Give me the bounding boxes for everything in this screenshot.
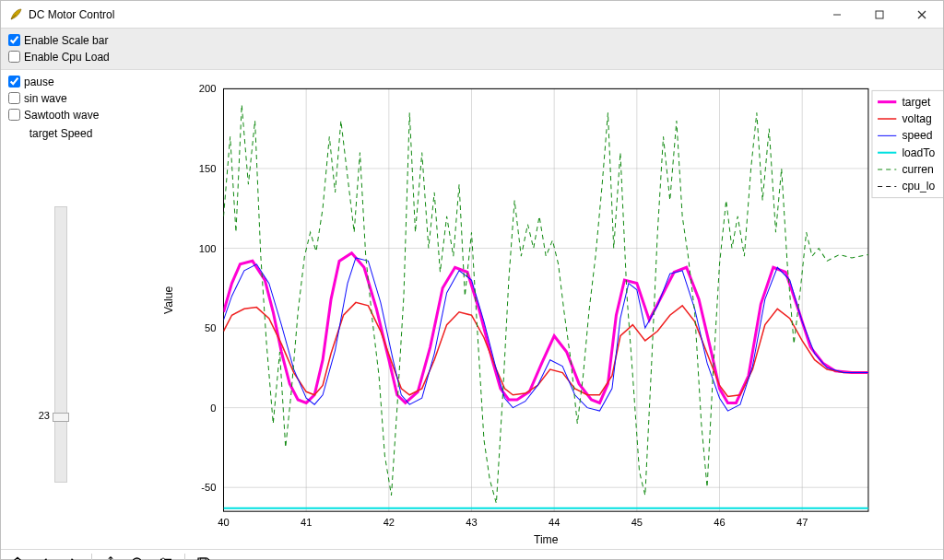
svg-text:44: 44 [549, 517, 560, 528]
check-sin-wave[interactable]: sin wave [8, 90, 113, 107]
svg-text:42: 42 [384, 517, 395, 528]
svg-rect-32 [224, 88, 868, 511]
svg-text:47: 47 [796, 517, 808, 528]
svg-text:-50: -50 [201, 482, 216, 493]
check-enable-cpu-load[interactable]: Enable Cpu Load [8, 49, 936, 65]
svg-rect-1 [876, 11, 883, 18]
back-button[interactable] [32, 551, 58, 560]
scale-label: target Speed [30, 127, 93, 140]
window-title: DC Motor Control [29, 8, 114, 21]
svg-text:150: 150 [199, 163, 217, 174]
check-enable-scale-bar-box[interactable] [8, 34, 20, 46]
svg-text:Value: Value [162, 286, 175, 314]
check-sin-wave-box[interactable] [8, 92, 20, 104]
check-sawtooth-wave[interactable]: Sawtooth wave [8, 107, 113, 123]
svg-text:41: 41 [301, 517, 312, 528]
titlebar: DC Motor Control [1, 1, 943, 29]
toolbar-sep-1 [91, 554, 92, 560]
check-sawtooth-wave-box[interactable] [8, 109, 20, 121]
svg-text:speed: speed [902, 129, 932, 142]
plot-area: 4041424344454647-50050100150200TimeValue… [121, 70, 943, 549]
svg-text:100: 100 [199, 243, 217, 254]
forward-button[interactable] [60, 551, 86, 560]
scale-slider[interactable]: 23 [54, 206, 67, 483]
close-button[interactable] [901, 1, 943, 29]
home-button[interactable] [5, 551, 30, 560]
pan-button[interactable] [98, 551, 124, 560]
left-panel: pause sin wave Sawtooth wave target Spee… [1, 70, 121, 549]
plot-svg[interactable]: 4041424344454647-50050100150200TimeValue… [121, 70, 943, 549]
maximize-button[interactable] [858, 1, 901, 29]
svg-text:0: 0 [210, 402, 216, 414]
svg-text:target: target [902, 96, 931, 109]
svg-text:voltag: voltag [902, 112, 931, 125]
check-enable-scale-bar[interactable]: Enable Scale bar [8, 32, 936, 49]
toolbar-sep-2 [184, 554, 185, 560]
svg-text:46: 46 [714, 517, 725, 528]
svg-text:cpu_lo: cpu_lo [902, 180, 935, 192]
svg-text:loadTo: loadTo [902, 146, 935, 159]
check-pause-box[interactable] [8, 76, 20, 88]
minimize-button[interactable] [816, 1, 858, 29]
matplotlib-toolbar [1, 549, 943, 560]
svg-text:43: 43 [466, 517, 477, 528]
options-bar: Enable Scale bar Enable Cpu Load [1, 29, 943, 70]
check-pause[interactable]: pause [8, 74, 113, 90]
svg-text:curren: curren [902, 163, 933, 176]
target-speed-scale: target Speed 23 [8, 127, 113, 545]
scale-thumb[interactable] [53, 413, 69, 422]
check-enable-cpu-load-box[interactable] [8, 51, 20, 63]
app-feather-icon [8, 7, 23, 22]
configure-subplots-button[interactable] [153, 551, 179, 560]
save-button[interactable] [191, 551, 217, 560]
scale-value: 23 [39, 410, 50, 421]
svg-text:Time: Time [534, 533, 559, 546]
svg-text:50: 50 [205, 322, 216, 333]
svg-text:45: 45 [631, 517, 643, 528]
svg-text:40: 40 [218, 517, 229, 528]
svg-text:200: 200 [199, 83, 217, 94]
zoom-button[interactable] [125, 551, 151, 560]
